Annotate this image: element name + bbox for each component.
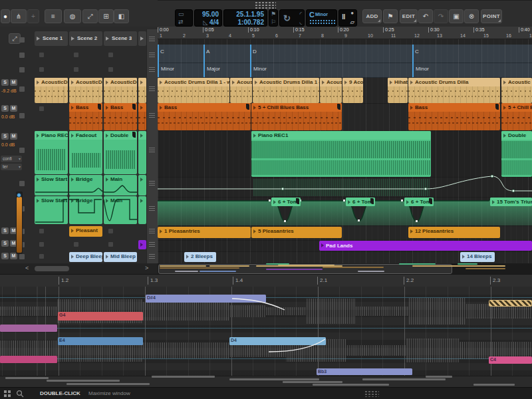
overview-note-bar [313,384,389,386]
status-bar: DOUBLE-CLICK Maximize window [0,387,532,399]
overview-note-bar [362,378,446,380]
overview-note-bar [47,380,120,382]
status-hint-key: DOUBLE-CLICK [40,390,80,396]
grid-tool-icon[interactable] [4,390,11,397]
overview-note-bars [0,0,532,399]
overview-note-bar [66,383,150,385]
bitwig-main-window: ● ⋔ + ≡ ◍ ⤢ ⊞ ◧ ▭ ⇄ 95.00 ◺ 4/4 25.1.1.9… [0,0,532,399]
status-hint-text: Maximize window [88,390,130,396]
overview-note-bar [426,376,452,378]
overview-note-bar [473,384,515,386]
overview-note-bar [152,376,215,378]
overview-note-bar [283,381,342,383]
overview-note-bar [5,377,49,379]
status-dots-handle[interactable] [364,390,379,397]
zoom-tool-icon[interactable] [16,390,24,398]
overview-note-bar [229,378,319,380]
